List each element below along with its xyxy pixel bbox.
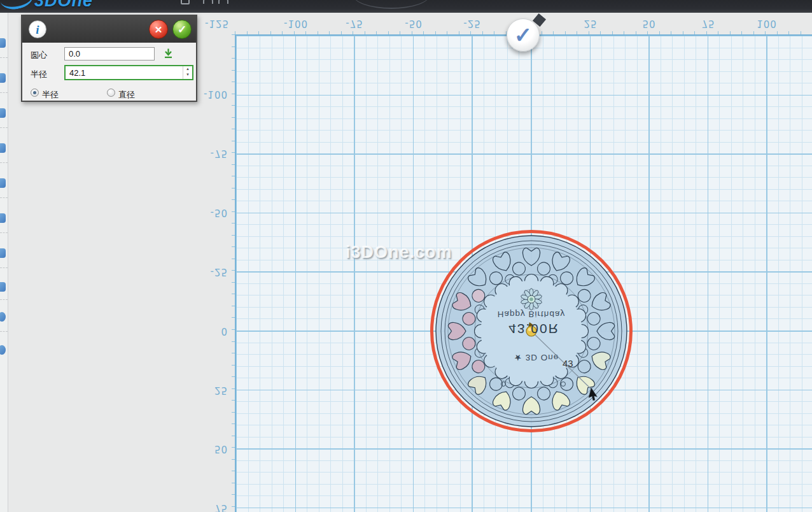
radio-dot: [33, 91, 36, 94]
dialog-header[interactable]: i ✕ ✓: [22, 16, 196, 43]
cancel-button[interactable]: ✕: [149, 20, 168, 39]
ruler-label: -125: [195, 18, 239, 29]
dialog-body: 圆心 半径 ▲ ▼ 半径 直径: [22, 43, 196, 102]
ruler-label: -25: [450, 18, 494, 29]
radius-field-label: 半径: [31, 69, 47, 80]
ruler-label: 25: [568, 18, 613, 29]
left-toolbar: [0, 13, 8, 512]
ruler-label: 50: [627, 18, 671, 29]
check-icon: ✓: [514, 23, 533, 47]
spinner-up-icon[interactable]: ▲: [183, 66, 192, 72]
save-icon[interactable]: [181, 0, 190, 4]
center-input[interactable]: [64, 47, 155, 60]
undo-icon[interactable]: [203, 0, 213, 4]
radius-radio-label: 半径: [42, 89, 59, 101]
toolbar-divider: [0, 232, 8, 233]
diameter-radio[interactable]: [107, 89, 115, 97]
tool-icon-6[interactable]: [0, 213, 6, 223]
toolbar-divider: [0, 267, 8, 268]
pick-point-icon[interactable]: [163, 48, 174, 59]
title-bar: 3DOne: [0, 0, 812, 13]
spinner-down-icon[interactable]: ▼: [183, 72, 192, 78]
center-field-label: 圆心: [31, 50, 47, 61]
tool-icon-1[interactable]: [0, 38, 6, 48]
redo-icon[interactable]: [218, 0, 228, 4]
ruler-label: 75: [686, 18, 731, 29]
radius-spinner[interactable]: ▲ ▼: [183, 66, 192, 79]
ruler-label: -100: [274, 18, 318, 29]
titlebar-curve: [353, 0, 430, 9]
ruler-label: -50: [190, 207, 228, 218]
radius-input[interactable]: [64, 65, 193, 80]
tool-icon-10[interactable]: [0, 345, 6, 355]
toolbar-divider: [0, 331, 8, 332]
ruler-label: 50: [190, 443, 228, 455]
tool-icon-9[interactable]: [0, 312, 6, 322]
toolbar-divider: [0, 162, 8, 163]
ruler-label: -75: [190, 148, 228, 159]
toolbar-divider: [0, 57, 8, 58]
ruler-label: 25: [190, 385, 228, 396]
diameter-radio-label: 直径: [118, 89, 135, 101]
tool-icon-7[interactable]: [0, 248, 6, 258]
confirm-sketch-button[interactable]: ✓: [507, 18, 540, 52]
toolbar-divider: [0, 92, 8, 93]
info-icon: i: [29, 20, 46, 38]
sketch-canvas[interactable]: -125 -100 -75 -50 -25 25 50 75 100 -100 …: [8, 13, 812, 512]
ruler-label: -25: [190, 266, 228, 278]
live-radius-readout: 43: [563, 358, 573, 369]
sketch-text-greeting: Happy Birthday: [480, 309, 582, 319]
ruler-label: 100: [745, 18, 789, 29]
ok-button[interactable]: ✓: [172, 20, 192, 39]
tool-icon-2[interactable]: [0, 73, 6, 83]
radius-radio[interactable]: [31, 89, 39, 97]
left-ruler-ticks: [232, 34, 235, 512]
toolbar-divider: [0, 299, 8, 300]
check-icon: ✓: [178, 24, 186, 36]
tool-icon-8[interactable]: [0, 282, 6, 292]
ruler-label: 75: [190, 502, 228, 512]
ruler-label: -50: [391, 18, 436, 29]
tool-icon-3[interactable]: [0, 108, 6, 118]
sketch-dimension-label: 43.00R: [483, 321, 585, 336]
circle-parameter-dialog: i ✕ ✓ 圆心 半径 ▲ ▼ 半径 直径: [21, 15, 197, 102]
close-icon: ✕: [155, 24, 163, 35]
toolbar-divider: [0, 127, 8, 128]
ruler-label: -75: [332, 18, 377, 29]
ruler-label: 0: [190, 325, 228, 337]
tool-icon-4[interactable]: [0, 143, 6, 153]
app-logo: 3DOne: [34, 0, 93, 11]
toolbar-divider: [0, 197, 8, 198]
logo-swoosh-icon: [0, 0, 35, 12]
tool-icon-5[interactable]: [0, 178, 6, 188]
